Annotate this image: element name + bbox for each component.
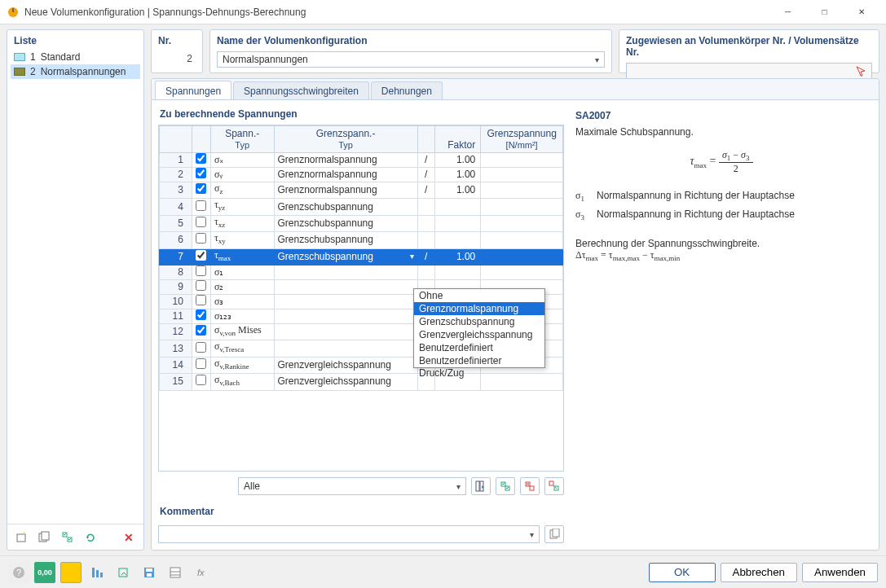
dropdown-item[interactable]: Grenznormalspannung xyxy=(414,302,544,315)
list-item[interactable]: 2 Normalspannungen xyxy=(11,64,140,79)
table-row[interactable]: 6τxyGrenzschubspannung xyxy=(160,232,563,248)
kommentar-input[interactable]: ▾ xyxy=(158,525,540,543)
pick-object-icon[interactable] xyxy=(853,64,868,78)
tab-schwingbreiten[interactable]: Spannungsschwingbreiten xyxy=(233,81,369,99)
grenz-cell[interactable] xyxy=(274,294,417,309)
close-button[interactable]: ✕ xyxy=(843,1,879,24)
row-checkbox[interactable] xyxy=(196,168,206,178)
spann-cell[interactable]: τxy xyxy=(210,232,274,248)
grenz-cell[interactable]: Grenznormalspannung xyxy=(274,153,417,168)
limit-cell[interactable] xyxy=(481,199,563,215)
spann-cell[interactable]: σ₃ xyxy=(210,294,274,309)
nr-value[interactable]: 2 xyxy=(152,50,202,68)
grenz-cell[interactable] xyxy=(274,323,417,340)
minimize-button[interactable]: ─ xyxy=(769,1,806,24)
row-checkbox[interactable] xyxy=(196,309,206,320)
reset-icon[interactable] xyxy=(544,477,564,495)
faktor-cell[interactable]: 1.00 xyxy=(434,182,481,199)
cancel-button[interactable]: Abbrechen xyxy=(721,563,797,582)
limit-cell[interactable] xyxy=(481,153,563,168)
spann-cell[interactable]: τyz xyxy=(210,199,274,215)
dropdown-item[interactable]: Benutzerdefiniert xyxy=(414,341,544,354)
grenz-cell[interactable]: Grenzschubspannung xyxy=(274,232,417,248)
row-checkbox[interactable] xyxy=(196,280,206,291)
maximize-button[interactable]: □ xyxy=(806,1,843,24)
spann-cell[interactable]: σz xyxy=(210,182,274,199)
grenz-dropdown[interactable]: OhneGrenznormalspannungGrenzschubspannun… xyxy=(413,288,545,368)
faktor-cell[interactable] xyxy=(434,232,481,248)
limit-cell[interactable] xyxy=(481,248,563,265)
dropdown-item[interactable]: Benutzerdefinierter Druck/Zug xyxy=(414,354,544,367)
row-checkbox[interactable] xyxy=(196,342,206,353)
spann-cell[interactable]: σv,Tresca xyxy=(210,340,274,357)
spann-cell[interactable]: σv,Bach xyxy=(210,374,274,390)
table-row[interactable]: 15σv,BachGrenzvergleichsspannung xyxy=(160,374,563,390)
limit-cell[interactable] xyxy=(481,374,563,390)
dropdown-item[interactable]: Grenzvergleichsspannung xyxy=(414,328,544,341)
row-checkbox[interactable] xyxy=(196,250,206,261)
spann-cell[interactable]: σᵧ xyxy=(210,168,274,182)
table-row[interactable]: 7τmaxGrenzschubspannung▾/1.00 xyxy=(160,248,563,265)
table-row[interactable]: 1σₓGrenznormalspannung/1.00 xyxy=(160,153,563,168)
grenz-cell[interactable] xyxy=(274,279,417,294)
save-icon[interactable] xyxy=(139,562,160,583)
row-checkbox[interactable] xyxy=(196,265,206,276)
spann-cell[interactable]: σ₁ xyxy=(210,265,274,279)
row-checkbox[interactable] xyxy=(196,358,206,369)
grenz-cell[interactable] xyxy=(274,309,417,323)
table-row[interactable]: 4τyzGrenzschubspannung xyxy=(160,199,563,215)
tab-spannungen[interactable]: Spannungen xyxy=(155,81,231,99)
row-checkbox[interactable] xyxy=(196,233,206,244)
units-icon[interactable]: 0,00 xyxy=(34,562,55,583)
row-checkbox[interactable] xyxy=(196,200,206,211)
grenz-cell[interactable]: Grenzschubspannung xyxy=(274,199,417,215)
new-item-icon[interactable] xyxy=(12,528,32,547)
faktor-cell[interactable]: 1.00 xyxy=(434,168,481,182)
grenz-cell[interactable]: Grenznormalspannung xyxy=(274,182,417,199)
copy-item-icon[interactable] xyxy=(35,528,55,547)
table-row[interactable]: 8σ₁ xyxy=(160,265,563,279)
faktor-cell[interactable]: 1.00 xyxy=(434,153,481,168)
limit-cell[interactable] xyxy=(481,215,563,231)
limit-cell[interactable] xyxy=(481,182,563,199)
list-item[interactable]: 1 Standard xyxy=(11,50,140,64)
faktor-cell[interactable] xyxy=(434,199,481,215)
grenz-cell[interactable]: Grenzvergleichsspannung xyxy=(274,374,417,390)
columns-icon[interactable] xyxy=(471,477,491,495)
grenz-cell[interactable]: Grenzvergleichsspannung xyxy=(274,357,417,373)
spann-cell[interactable]: σv,von Mises xyxy=(210,323,274,340)
limit-cell[interactable] xyxy=(481,168,563,182)
name-select[interactable]: Normalspannungen ▾ xyxy=(217,51,605,68)
table-row[interactable]: 3σzGrenznormalspannung/1.00 xyxy=(160,182,563,199)
delete-item-icon[interactable]: ✕ xyxy=(119,528,139,547)
grenz-cell[interactable]: Grenzschubspannung▾ xyxy=(274,248,417,265)
check-all-icon[interactable] xyxy=(58,528,77,547)
color-icon[interactable] xyxy=(60,562,82,583)
faktor-cell[interactable] xyxy=(434,265,481,279)
table-row[interactable]: 2σᵧGrenznormalspannung/1.00 xyxy=(160,168,563,182)
grenz-cell[interactable] xyxy=(274,340,417,357)
row-checkbox[interactable] xyxy=(196,325,206,336)
refresh-icon[interactable] xyxy=(81,528,100,547)
check-all-icon[interactable] xyxy=(496,477,515,495)
assign-input[interactable] xyxy=(626,63,872,79)
table-row[interactable]: 5τxzGrenzschubspannung xyxy=(160,215,563,231)
help-icon[interactable]: ? xyxy=(8,562,29,583)
limit-cell[interactable] xyxy=(481,232,563,248)
row-checkbox[interactable] xyxy=(196,153,206,164)
limit-cell[interactable] xyxy=(481,265,563,279)
grid-icon[interactable] xyxy=(165,562,186,583)
row-checkbox[interactable] xyxy=(196,217,206,227)
function-icon[interactable]: fx xyxy=(191,562,212,583)
grenz-cell[interactable]: Grenznormalspannung xyxy=(274,168,417,182)
row-checkbox[interactable] xyxy=(196,295,206,305)
spann-cell[interactable]: σₓ xyxy=(210,153,274,168)
spann-cell[interactable]: τmax xyxy=(210,248,274,265)
row-checkbox[interactable] xyxy=(196,375,206,385)
kommentar-library-icon[interactable] xyxy=(544,525,564,543)
spann-cell[interactable]: σ₂ xyxy=(210,279,274,294)
export-icon[interactable] xyxy=(112,562,134,583)
faktor-cell[interactable]: 1.00 xyxy=(434,248,481,265)
ok-button[interactable]: OK xyxy=(649,563,716,582)
grenz-cell[interactable] xyxy=(274,265,417,279)
